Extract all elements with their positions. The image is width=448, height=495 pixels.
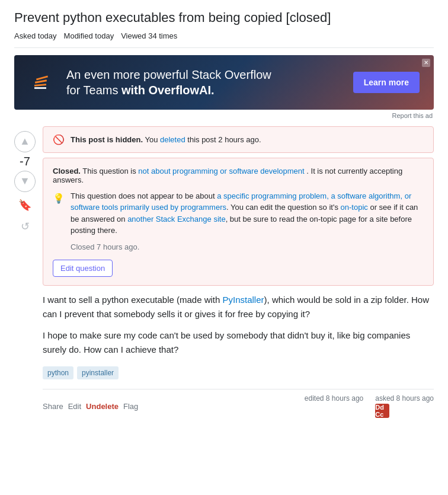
- pyinstaller-link[interactable]: PyInstaller: [223, 295, 264, 305]
- edited-info: edited 8 hours ago: [305, 394, 363, 418]
- vote-count: -7: [20, 155, 30, 168]
- post-info: edited 8 hours ago asked 8 hours ago Dd …: [305, 394, 434, 418]
- history-button[interactable]: ↺: [17, 218, 33, 235]
- ad-banner: An even more powerful Stack Overflow for…: [14, 55, 434, 110]
- history-icon: ↺: [21, 220, 30, 233]
- edit-question-button[interactable]: Edit question: [53, 260, 113, 277]
- svg-rect-3: [36, 75, 48, 80]
- reason-link3[interactable]: another Stack Exchange site: [127, 215, 226, 223]
- upvote-button[interactable]: ▲: [14, 131, 36, 152]
- main-content: ▲ -7 ▼ 🔖 ↺ 🚫 This post is hidden. You d: [14, 126, 434, 423]
- asked-meta: Asked today: [14, 31, 57, 40]
- bookmark-icon: 🔖: [18, 199, 31, 212]
- closed-time: Closed 7 hours ago.: [71, 241, 424, 253]
- hidden-icon: 🚫: [53, 134, 65, 145]
- asked-time-label: asked 8 hours ago: [375, 394, 434, 403]
- learn-more-button[interactable]: Learn more: [353, 72, 420, 93]
- report-ad-link: Report this ad: [14, 112, 434, 119]
- ad-text: An even more powerful Stack Overflow for…: [66, 67, 271, 98]
- edited-label: edited 8 hours ago: [305, 394, 363, 403]
- downvote-button[interactable]: ▼: [14, 171, 36, 192]
- undelete-link[interactable]: Undelete: [86, 402, 119, 411]
- question-meta: Asked today Modified today Viewed 34 tim…: [14, 31, 434, 48]
- close-ad-icon[interactable]: ✕: [422, 59, 430, 67]
- viewed-meta: Viewed 34 times: [121, 31, 177, 40]
- deleted-link[interactable]: deleted: [160, 135, 185, 144]
- closed-reason-text: This question does not appear to be abou…: [71, 190, 424, 253]
- post-footer: Share Edit Undelete Flag edited 8 hours …: [43, 389, 434, 423]
- svg-rect-1: [34, 84, 46, 87]
- question-body: 🚫 This post is hidden. You deleted this …: [43, 126, 434, 423]
- avatar: Dd Cc: [375, 404, 389, 418]
- tags-container: python pyinstaller: [43, 366, 434, 379]
- asked-info: asked 8 hours ago Dd Cc: [375, 394, 434, 418]
- post-actions: Share Edit Undelete Flag: [43, 402, 138, 411]
- vote-column: ▲ -7 ▼ 🔖 ↺: [14, 126, 43, 423]
- post-paragraph-1: I want to sell a python executable (made…: [43, 293, 434, 321]
- tag-python[interactable]: python: [43, 366, 73, 379]
- bookmark-button[interactable]: 🔖: [17, 197, 33, 213]
- upvote-icon: ▲: [20, 135, 30, 148]
- closed-notice: Closed. This question is not about progr…: [43, 158, 434, 286]
- so-logo-icon: [28, 68, 57, 97]
- closed-reason: 💡 This question does not appear to be ab…: [53, 190, 424, 253]
- hidden-notice: 🚫 This post is hidden. You deleted this …: [43, 126, 434, 153]
- question-title: Prevent python executables from being co…: [14, 9, 434, 27]
- flag-link[interactable]: Flag: [123, 402, 138, 411]
- lightbulb-icon: 💡: [53, 191, 65, 253]
- modified-meta: Modified today: [64, 31, 114, 40]
- reason-link2[interactable]: on-topic: [341, 203, 368, 212]
- ad-banner-left: An even more powerful Stack Overflow for…: [28, 67, 271, 98]
- svg-rect-0: [34, 87, 46, 89]
- not-about-link[interactable]: not about programming or software develo…: [138, 167, 304, 175]
- hidden-notice-text: This post is hidden. You deleted this po…: [71, 135, 261, 144]
- downvote-icon: ▼: [20, 175, 30, 187]
- post-paragraph-2: I hope to make sure my code can't be use…: [43, 328, 434, 357]
- user-card: Dd Cc: [375, 404, 389, 418]
- share-link[interactable]: Share: [43, 402, 63, 411]
- edit-link[interactable]: Edit: [68, 402, 81, 411]
- closed-header: Closed. This question is not about progr…: [53, 167, 424, 184]
- tag-pyinstaller[interactable]: pyinstaller: [77, 366, 119, 379]
